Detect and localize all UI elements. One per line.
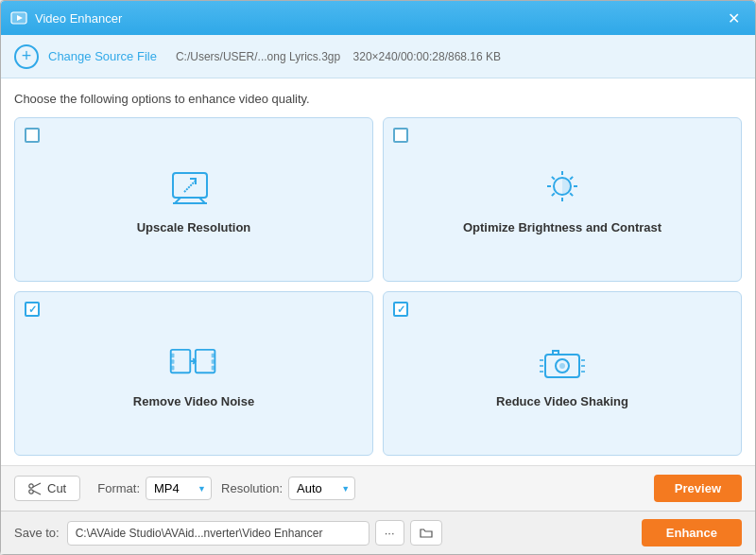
preview-button[interactable]: Preview <box>654 475 742 502</box>
format-select-wrapper: MP4 AVI MOV MKV <box>146 477 212 500</box>
format-select[interactable]: MP4 AVI MOV MKV <box>146 477 212 500</box>
enhance-button[interactable]: Enhance <box>642 519 742 546</box>
svg-rect-19 <box>171 365 175 370</box>
save-path-input[interactable] <box>67 521 369 546</box>
svg-rect-17 <box>171 353 175 357</box>
format-group: Format: MP4 AVI MOV MKV <box>97 477 212 500</box>
svg-point-27 <box>559 363 565 369</box>
resolution-select-wrapper: Auto 720p 1080p 4K <box>288 477 355 500</box>
svg-rect-18 <box>171 359 175 364</box>
close-button[interactable]: ✕ <box>722 8 746 29</box>
resolution-select[interactable]: Auto 720p 1080p 4K <box>288 477 355 500</box>
folder-browse-button[interactable] <box>410 520 442 546</box>
more-options-button[interactable]: ··· <box>375 520 404 546</box>
svg-point-34 <box>29 483 33 487</box>
noise-icon <box>167 339 220 385</box>
option-upscale[interactable]: Upscale Resolution <box>14 117 373 282</box>
brightness-checkbox[interactable] <box>393 128 408 143</box>
svg-line-36 <box>33 483 41 487</box>
upscale-icon <box>167 165 220 211</box>
noise-label: Remove Video Noise <box>133 394 254 408</box>
options-grid: Upscale Resolution <box>14 117 742 456</box>
browse-buttons: ··· <box>375 520 442 546</box>
app-icon <box>10 9 27 26</box>
title-bar: Video Enhancer ✕ <box>1 1 755 35</box>
scissors-icon <box>28 482 42 495</box>
option-noise[interactable]: Remove Video Noise <box>14 291 373 456</box>
content-area: Choose the following options to enhance … <box>1 78 755 465</box>
instructions-text: Choose the following options to enhance … <box>14 92 742 106</box>
svg-line-15 <box>552 193 555 196</box>
upscale-label: Upscale Resolution <box>137 220 251 234</box>
change-source-button[interactable]: Change Source File <box>48 49 157 63</box>
shaking-icon <box>536 339 589 385</box>
cut-button[interactable]: Cut <box>14 476 80 501</box>
window-title: Video Enhancer <box>35 11 722 26</box>
main-window: Video Enhancer ✕ + Change Source File C:… <box>0 0 756 555</box>
svg-line-12 <box>552 176 555 179</box>
option-brightness[interactable]: Optimize Brightness and Contrast <box>383 117 742 282</box>
toolbar-bar: Cut Format: MP4 AVI MOV MKV Resolution: … <box>1 465 755 511</box>
folder-icon <box>420 527 433 540</box>
resolution-label: Resolution: <box>221 481 283 495</box>
svg-rect-22 <box>212 359 215 364</box>
option-shaking[interactable]: Reduce Video Shaking <box>383 291 742 456</box>
svg-point-35 <box>29 489 33 493</box>
bottom-bar: Save to: ··· Enhance <box>1 511 755 554</box>
svg-rect-21 <box>212 353 215 357</box>
format-label: Format: <box>97 481 140 495</box>
svg-line-14 <box>570 176 573 179</box>
add-source-icon[interactable]: + <box>14 44 39 69</box>
file-path: C:/Users/USER/...ong Lyrics.3gp 320×240/… <box>176 50 501 63</box>
resolution-group: Resolution: Auto 720p 1080p 4K <box>221 477 355 500</box>
svg-line-6 <box>184 181 196 192</box>
brightness-label: Optimize Brightness and Contrast <box>463 220 662 234</box>
upscale-checkbox[interactable] <box>25 128 40 143</box>
brightness-icon <box>536 165 589 211</box>
source-bar: + Change Source File C:/Users/USER/...on… <box>1 35 755 78</box>
shaking-checkbox[interactable] <box>393 302 408 317</box>
save-to-label: Save to: <box>14 526 60 540</box>
svg-line-37 <box>33 491 41 494</box>
shaking-label: Reduce Video Shaking <box>496 394 628 408</box>
svg-line-13 <box>570 193 573 196</box>
svg-rect-23 <box>212 365 215 370</box>
noise-checkbox[interactable] <box>25 302 40 317</box>
